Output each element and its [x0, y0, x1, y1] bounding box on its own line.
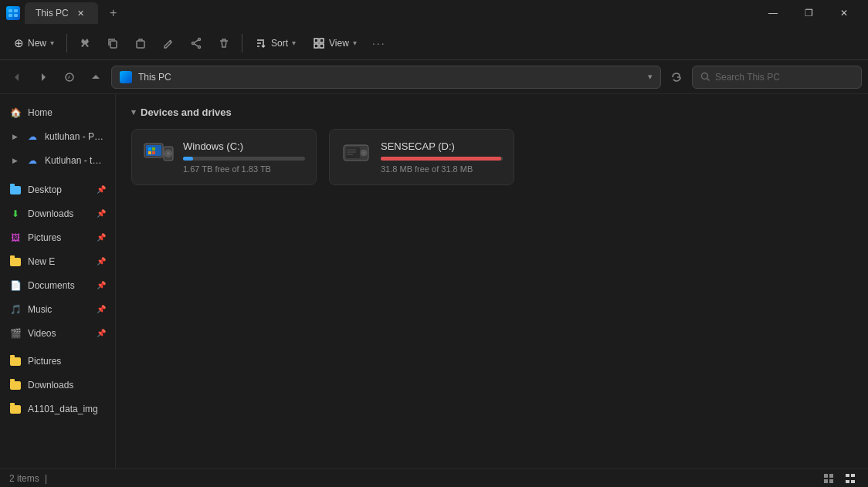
close-button[interactable]: ✕	[826, 0, 862, 26]
svg-point-6	[198, 38, 201, 40]
downloads2-icon	[9, 379, 22, 391]
more-button[interactable]: ···	[366, 30, 392, 56]
sidebar-item-a1101[interactable]: A1101_data_img	[3, 397, 112, 421]
sidebar-label-pictures: Pictures	[28, 232, 61, 243]
rename-button[interactable]	[155, 30, 181, 56]
forward-icon	[39, 73, 48, 82]
address-field[interactable]: This PC ▾	[111, 66, 661, 89]
svg-rect-35	[846, 474, 849, 477]
copy-icon	[107, 37, 119, 49]
svg-point-27	[363, 152, 365, 154]
tab-this-pc[interactable]: This PC ✕	[25, 2, 98, 24]
view-chevron-icon: ▾	[353, 39, 357, 47]
svg-rect-12	[320, 44, 324, 48]
restore-button[interactable]: ❐	[791, 0, 826, 26]
drive-d-bar-bg	[381, 157, 503, 161]
drive-card-c[interactable]: Windows (C:) 1.67 TB free of 1.83 TB	[131, 129, 317, 185]
delete-button[interactable]	[211, 30, 237, 56]
svg-rect-25	[346, 147, 360, 158]
sort-icon	[255, 37, 267, 49]
sidebar-item-pictures2[interactable]: Pictures	[3, 350, 112, 373]
statusbar-right	[820, 470, 859, 487]
desktop-icon	[9, 184, 22, 196]
svg-rect-4	[110, 41, 117, 48]
rename-icon	[162, 37, 175, 49]
drive-c-name: Windows (C:)	[183, 140, 305, 152]
drive-card-d[interactable]: SENSECAP (D:) 31.8 MB free of 31.8 MB	[329, 129, 514, 185]
refresh-button[interactable]	[666, 66, 687, 88]
share-icon	[190, 37, 202, 49]
sort-button[interactable]: Sort ▾	[247, 30, 303, 56]
sidebar-item-videos[interactable]: 🎬 Videos 📌	[3, 322, 112, 345]
pin-icon-downloads: 📌	[97, 209, 106, 218]
sidebar-item-desktop[interactable]: Desktop 📌	[3, 178, 112, 201]
sidebar-label-newe: New E	[28, 256, 55, 267]
toolbar: ⊕ New ▾	[0, 26, 868, 60]
svg-rect-1	[14, 9, 18, 12]
address-path: This PC	[138, 72, 171, 83]
search-field[interactable]: Search This PC	[692, 66, 862, 89]
expand-arrow2-icon: ▶	[9, 155, 20, 166]
search-icon	[700, 72, 710, 82]
recent-locations-button[interactable]	[59, 66, 80, 88]
drive-d-bar-fill	[381, 157, 501, 161]
drive-c-free: 1.67 TB free of 1.83 TB	[183, 164, 305, 174]
music-icon: 🎵	[9, 303, 22, 316]
sidebar-item-pictures[interactable]: 🖼 Pictures 📌	[3, 226, 112, 249]
sidebar-item-documents[interactable]: 📄 Documents 📌	[3, 274, 112, 297]
svg-rect-38	[851, 480, 855, 483]
expand-arrow-icon: ▶	[9, 131, 20, 142]
statusbar-count: 2 items |	[9, 473, 50, 484]
section-header-devices: ▾ Devices and drives	[131, 107, 853, 118]
svg-point-7	[192, 42, 195, 44]
back-button[interactable]	[6, 66, 28, 88]
forward-button[interactable]	[32, 66, 54, 88]
statusbar-separator: |	[45, 473, 47, 484]
sidebar-item-newe[interactable]: New E 📌	[3, 250, 112, 273]
up-button[interactable]	[85, 66, 107, 88]
sidebar-label-downloads: Downloads	[28, 208, 73, 219]
drive-c-icon	[143, 140, 174, 165]
grid-view-button[interactable]	[820, 470, 837, 487]
sidebar-item-cloud2[interactable]: ▶ ☁ Kutluhan - theac	[3, 149, 112, 172]
new-tab-button[interactable]: +	[103, 2, 124, 24]
copy-button[interactable]	[100, 30, 126, 56]
details-view-button[interactable]	[842, 470, 859, 487]
cut-icon	[79, 37, 91, 49]
share-button[interactable]	[183, 30, 209, 56]
svg-rect-17	[148, 147, 151, 150]
statusbar: 2 items |	[0, 468, 868, 487]
svg-point-8	[198, 46, 201, 48]
grid-view-icon	[823, 473, 834, 484]
sidebar-item-cloud1[interactable]: ▶ ☁ kutluhan - Persc	[3, 125, 112, 148]
cut-button[interactable]	[72, 30, 98, 56]
sort-chevron-icon: ▾	[292, 39, 296, 47]
tab-label: This PC	[36, 8, 69, 19]
sidebar-item-downloads2[interactable]: Downloads	[3, 374, 112, 397]
toolbar-separator-1	[66, 34, 67, 52]
sidebar-spacer-1	[0, 173, 115, 178]
svg-rect-9	[314, 39, 318, 42]
sidebar-label-music: Music	[28, 304, 52, 315]
delete-icon	[218, 37, 230, 49]
svg-rect-19	[148, 151, 151, 154]
sidebar-item-home[interactable]: 🏠 Home	[3, 101, 112, 124]
sidebar-item-music[interactable]: 🎵 Music 📌	[3, 298, 112, 321]
view-button[interactable]: View ▾	[305, 30, 364, 56]
sidebar-item-downloads[interactable]: ⬇ Downloads 📌	[3, 202, 112, 225]
cloud1-icon: ☁	[26, 130, 39, 143]
svg-rect-33	[824, 479, 828, 483]
items-count-label: 2 items	[9, 473, 39, 484]
paste-button[interactable]	[127, 30, 154, 56]
section-chevron-icon[interactable]: ▾	[131, 107, 136, 117]
sidebar-label-documents: Documents	[28, 280, 75, 291]
content-area: 🏠 Home ▶ ☁ kutluhan - Persc ▶ ☁ Kutluhan…	[0, 94, 868, 468]
drives-grid: Windows (C:) 1.67 TB free of 1.83 TB	[131, 129, 853, 185]
sidebar-label-home: Home	[28, 107, 53, 118]
sidebar-label-a1101: A1101_data_img	[28, 404, 98, 414]
new-button[interactable]: ⊕ New ▾	[6, 30, 62, 56]
minimize-button[interactable]: —	[755, 0, 791, 26]
view-label: View	[329, 38, 349, 49]
svg-rect-34	[829, 479, 833, 483]
tab-close-button[interactable]: ✕	[75, 7, 87, 19]
